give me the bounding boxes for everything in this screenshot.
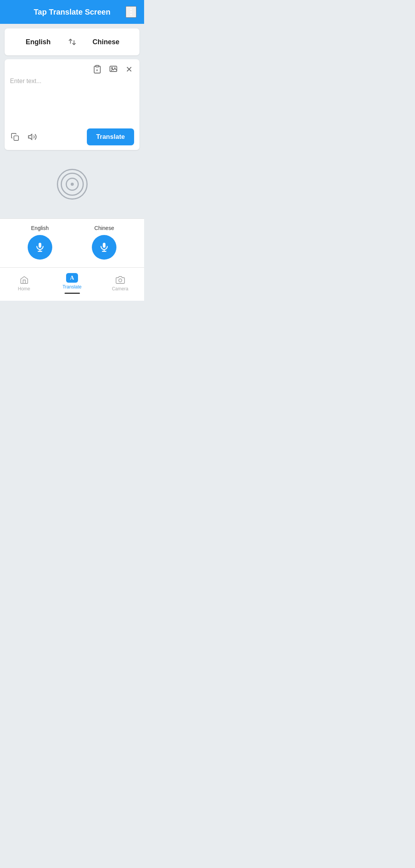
image-translate-icon: A <box>109 65 118 74</box>
speak-text-button[interactable] <box>27 132 38 142</box>
clipboard-icon: A <box>93 65 102 74</box>
svg-rect-2 <box>110 66 117 72</box>
app-header: Tap Translate Screen <box>0 0 144 24</box>
nav-active-underline <box>65 293 80 294</box>
copy-text-button[interactable] <box>10 132 20 142</box>
nav-item-translate[interactable]: A Translate <box>48 272 96 295</box>
svg-point-15 <box>119 279 122 282</box>
svg-point-3 <box>111 68 113 69</box>
input-bottom-left-actions <box>10 132 38 142</box>
translate-nav-icon: A <box>66 273 78 283</box>
voice-section: English Chinese <box>0 218 144 267</box>
svg-rect-12 <box>103 243 106 248</box>
svg-rect-9 <box>38 243 41 248</box>
nav-translate-label: Translate <box>63 284 82 290</box>
language-selector: English Chinese <box>5 28 139 55</box>
nav-item-camera[interactable]: Camera <box>96 274 144 293</box>
target-voice-button[interactable] <box>92 235 116 260</box>
nav-home-label: Home <box>18 286 30 292</box>
clear-text-button[interactable] <box>124 64 134 74</box>
svg-text:A: A <box>96 69 98 72</box>
svg-text:A: A <box>114 67 116 69</box>
center-area <box>0 150 144 218</box>
copy-icon <box>11 133 19 141</box>
target-center-dot <box>71 183 74 186</box>
nav-item-home[interactable]: Home <box>0 274 48 293</box>
bottom-navigation: Home A Translate Camera <box>0 267 144 301</box>
app-title: Tap Translate Screen <box>18 8 126 17</box>
microphone-icon <box>35 242 45 253</box>
swap-languages-button[interactable] <box>66 35 79 48</box>
menu-dot-3 <box>130 14 132 15</box>
home-icon <box>20 275 29 285</box>
source-voice-button[interactable] <box>28 235 52 260</box>
svg-marker-8 <box>28 134 32 140</box>
target-language-button[interactable]: Chinese <box>79 38 134 46</box>
speaker-icon <box>28 132 37 142</box>
target-icon <box>57 169 88 200</box>
menu-dot-1 <box>130 8 132 10</box>
target-voice-label: Chinese <box>95 225 114 231</box>
source-language-label: English <box>26 38 51 46</box>
input-bottom-toolbar: Translate <box>10 125 134 145</box>
source-voice-item: English <box>28 225 52 260</box>
clipboard-translate-button[interactable]: A <box>92 64 103 75</box>
image-translate-button[interactable]: A <box>108 64 119 75</box>
source-voice-label: English <box>31 225 49 231</box>
source-language-button[interactable]: English <box>11 38 66 46</box>
svg-rect-7 <box>14 136 18 140</box>
menu-dot-2 <box>130 11 132 13</box>
text-input-area: A A <box>5 59 139 150</box>
more-menu-button[interactable] <box>126 6 136 18</box>
input-top-toolbar: A A <box>10 64 134 75</box>
svg-rect-0 <box>96 65 99 67</box>
close-icon <box>125 65 133 73</box>
target-language-label: Chinese <box>93 38 120 46</box>
translate-button[interactable]: Translate <box>87 128 134 145</box>
swap-icon <box>68 38 76 46</box>
microphone-icon-2 <box>99 242 110 253</box>
source-text-input[interactable] <box>10 78 134 120</box>
camera-icon <box>116 275 125 285</box>
target-voice-item: Chinese <box>92 225 116 260</box>
nav-camera-label: Camera <box>112 286 128 292</box>
